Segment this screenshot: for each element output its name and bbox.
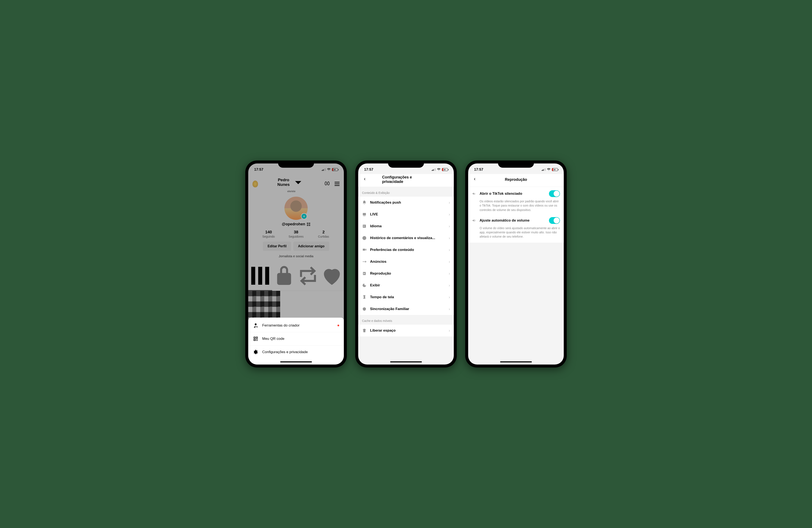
person-star-icon [253,323,258,328]
sheet-item-label: Meu QR code [262,337,285,341]
push-notifications-icon [362,200,367,205]
chevron-right-icon: › [449,259,450,264]
live-icon [362,212,367,217]
sheet-settings-privacy[interactable]: Configurações e privacidade [248,346,344,359]
toggle-auto-volume[interactable] [549,217,560,224]
chevron-right-icon: › [449,295,450,300]
settings-row-screen-time[interactable]: Tempo de tela› [358,291,454,303]
screen-time-icon [362,295,367,300]
wifi-icon [547,167,551,172]
notch [278,161,314,168]
wifi-icon [437,167,441,172]
phone-settings: 17:57 16 Configurações e privacidade Con… [355,161,457,367]
display-icon [362,283,367,288]
setting-description: Os vídeos estarão silenciados por padrão… [472,199,560,212]
trash-icon [362,328,367,333]
nav-header: Configurações e privacidade [358,174,454,187]
toggle-mute-on-open[interactable] [549,190,560,197]
ads-icon [362,259,367,264]
row-label: Preferências de conteúdo [370,248,445,252]
nav-header: Reprodução [468,174,564,187]
sheet-item-label: Ferramentas do criador [262,323,300,328]
chevron-right-icon: › [449,328,450,333]
content-prefs-icon [362,247,367,252]
settings-row-history[interactable]: Histórico de comentários e visualiza...› [358,232,454,244]
row-label: Histórico de comentários e visualiza... [370,236,445,240]
settings-row-ads[interactable]: Anúncios› [358,256,454,268]
row-label: Liberar espaço [370,328,445,333]
setting-mute-on-open: Abrir o TikTok silenciado [480,192,546,196]
settings-row-language[interactable]: Idioma› [358,220,454,232]
chevron-right-icon: › [449,224,450,228]
qr-code-icon [253,336,258,342]
settings-row-push-notifications[interactable]: Notificações push› [358,197,454,209]
section-header: Conteúdo & Exibição [358,187,454,197]
battery-icon: 16 [442,168,448,171]
chevron-right-icon: › [449,212,450,217]
row-label: Reprodução [370,271,445,276]
sheet-qr-code[interactable]: Meu QR code [248,332,344,346]
chevron-right-icon: › [449,236,450,240]
back-button[interactable] [362,176,367,183]
phone-playback: 17:57 16 Reprodução Abrir o TikTok silen… [465,161,567,367]
row-label: LIVE [370,212,445,216]
row-label: Exibir [370,283,445,287]
history-icon [362,236,367,240]
speaker-icon [472,218,477,223]
row-label: Notificações push [370,200,445,205]
notification-dot-icon [337,325,339,326]
signal-icon [542,168,546,171]
chevron-right-icon: › [449,248,450,252]
gear-icon [253,349,258,355]
family-sync-icon [362,307,367,311]
chevron-right-icon: › [449,200,450,205]
home-indicator[interactable] [500,361,532,362]
notch [388,161,424,168]
setting-description: O volume do vídeo será ajustado automati… [472,226,560,239]
section-header: Cache e dados móveis [358,315,454,325]
home-indicator[interactable] [280,361,312,362]
setting-auto-volume: Ajuste automático de volume [480,218,546,223]
bottom-sheet: Ferramentas do criador Meu QR code Confi… [248,318,344,364]
row-label: Anúncios [370,259,445,264]
chevron-right-icon: › [449,283,450,288]
row-label: Idioma [370,224,445,228]
sheet-creator-tools[interactable]: Ferramentas do criador [248,319,344,332]
settings-row-free-space[interactable]: Liberar espaço› [358,325,454,336]
settings-row-content-prefs[interactable]: Preferências de conteúdo› [358,244,454,256]
settings-row-family-sync[interactable]: Sincronização Familiar› [358,303,454,315]
language-icon [362,224,367,228]
chevron-right-icon: › [449,271,450,276]
battery-icon: 16 [552,168,558,171]
page-title: Reprodução [505,177,527,182]
status-time: 17:57 [364,167,373,172]
sheet-item-label: Configurações e privacidade [262,350,308,354]
chevron-right-icon: › [449,307,450,311]
back-button[interactable] [472,176,477,183]
speaker-mute-icon [472,191,477,196]
settings-row-playback[interactable]: Reprodução› [358,268,454,280]
status-time: 17:57 [474,167,483,172]
playback-icon [362,271,367,276]
row-label: Sincronização Familiar [370,307,445,311]
notch [498,161,534,168]
settings-row-display[interactable]: Exibir› [358,280,454,291]
row-label: Tempo de tela [370,295,445,299]
settings-row-live[interactable]: LIVE› [358,209,454,220]
signal-icon [432,168,436,171]
phone-profile: 17:57 16 Pedro Nunes [245,161,347,367]
page-title: Configurações e privacidade [382,175,430,184]
home-indicator[interactable] [390,361,422,362]
